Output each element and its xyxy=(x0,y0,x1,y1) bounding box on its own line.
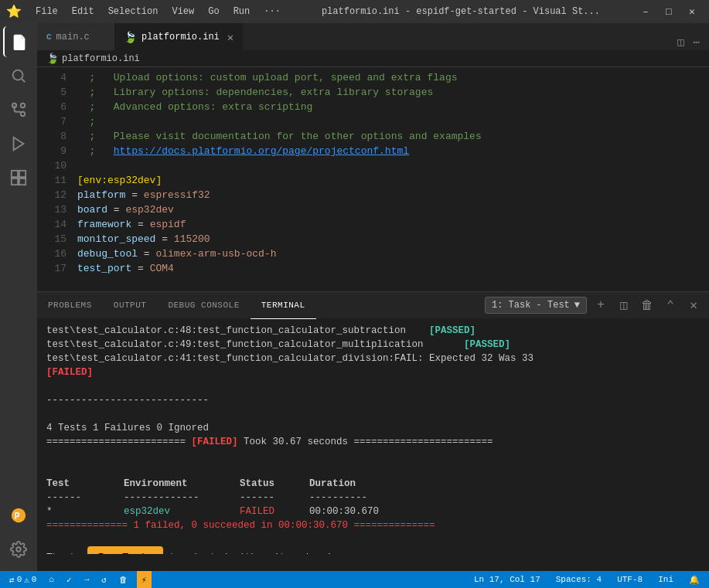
line-number-10: 10 xyxy=(37,158,66,173)
line-number-11: 11 xyxy=(37,173,66,188)
active-status-icon: ⚡ xyxy=(141,575,147,585)
svg-line-1 xyxy=(22,79,25,82)
close-panel-icon[interactable]: ✕ xyxy=(684,296,703,314)
run-debug-icon[interactable] xyxy=(3,128,34,159)
minimize-button[interactable]: – xyxy=(635,3,656,20)
status-active-item[interactable]: ⚡ xyxy=(137,571,152,588)
svg-point-4 xyxy=(21,104,26,108)
activity-bar-bottom: P xyxy=(3,500,34,571)
terminal-line-1: test\test_calculator.c:48:test_function_… xyxy=(46,324,700,338)
terminal-line-7 xyxy=(46,407,700,421)
status-check[interactable]: ✓ xyxy=(63,571,75,588)
vscode-logo-icon: ⭐ xyxy=(6,4,22,19)
line-numbers: 4 5 6 7 8 9 10 11 12 13 14 15 16 17 xyxy=(37,67,74,291)
status-errors-count: 0 xyxy=(17,575,22,584)
titlebar-menu: File Edit Selection View Go Run ··· xyxy=(29,5,287,19)
line-number-17: 17 xyxy=(37,261,66,276)
terminal-selector-chevron-icon: ▼ xyxy=(574,300,580,311)
panel-tab-debug-console[interactable]: DEBUG CONSOLE xyxy=(157,292,250,319)
titlebar: ⭐ File Edit Selection View Go Run ··· pl… xyxy=(0,0,709,23)
close-button[interactable]: ✕ xyxy=(681,3,703,20)
status-ln-col[interactable]: Ln 17, Col 17 xyxy=(471,571,544,588)
terminal-selector[interactable]: 1: Task - Test ▼ xyxy=(485,297,587,314)
activity-bar: P xyxy=(0,23,37,571)
panel-tab-output[interactable]: OUTPUT xyxy=(103,292,158,319)
svg-text:P: P xyxy=(15,512,20,522)
terminal-table-row: * esp32dev FAILED 00:00:30.670 xyxy=(46,505,700,518)
breadcrumb-filename: platformio.ini xyxy=(62,53,140,64)
split-editor-icon[interactable]: ◫ xyxy=(674,34,687,50)
terminal-line-5 xyxy=(46,379,700,393)
status-warnings-count: 0 xyxy=(32,575,37,584)
tab-main-c-label: main.c xyxy=(56,32,90,42)
titlebar-left: ⭐ File Edit Selection View Go Run ··· xyxy=(6,4,287,19)
status-bell[interactable]: 🔔 xyxy=(686,571,703,588)
c-file-icon: C xyxy=(46,32,52,42)
line-number-8: 8 xyxy=(37,129,66,144)
tab-close-icon[interactable]: ✕ xyxy=(227,31,233,44)
spaces-label: Spaces: 4 xyxy=(556,575,602,584)
terminal-line-4: [FAILED] xyxy=(46,365,700,379)
line-number-16: 16 xyxy=(37,246,66,261)
code-content[interactable]: ; Upload options: custom upload port, sp… xyxy=(74,67,709,291)
code-line-14: framework = espidf xyxy=(77,217,709,232)
status-bar-right: Ln 17, Col 17 Spaces: 4 UTF-8 Ini 🔔 xyxy=(471,571,703,588)
terminal-content[interactable]: test\test_calculator.c:48:test_function_… xyxy=(37,319,709,554)
menu-more[interactable]: ··· xyxy=(257,5,287,19)
extensions-icon[interactable] xyxy=(3,162,34,193)
svg-rect-8 xyxy=(12,178,18,185)
trash-icon: 🗑 xyxy=(119,575,128,585)
split-terminal-icon[interactable]: ◫ xyxy=(615,296,633,314)
maximize-panel-icon[interactable]: ⌃ xyxy=(661,296,680,314)
line-number-12: 12 xyxy=(37,188,66,202)
maximize-button[interactable]: □ xyxy=(658,3,680,20)
explorer-icon[interactable] xyxy=(3,26,34,57)
status-arrow[interactable]: → xyxy=(81,571,93,588)
status-spaces[interactable]: Spaces: 4 xyxy=(553,571,605,588)
status-trash[interactable]: 🗑 xyxy=(116,571,131,588)
terminal-line-last: The te Run Tests terminated with exit co… xyxy=(46,546,700,554)
pio-file-icon: 🍃 xyxy=(124,31,137,44)
panel-tab-problems[interactable]: PROBLEMS xyxy=(37,292,103,319)
delete-terminal-icon[interactable]: 🗑 xyxy=(638,296,656,314)
warning-icon: ⚠ xyxy=(24,575,29,585)
status-eol[interactable]: Ini xyxy=(655,571,677,588)
code-line-4: ; Upload options: custom upload port, sp… xyxy=(77,70,709,85)
menu-edit[interactable]: Edit xyxy=(66,5,101,19)
tab-platformio-ini[interactable]: 🍃 platformio.ini ✕ xyxy=(114,23,243,50)
code-line-17: test_port = COM4 xyxy=(77,261,709,276)
settings-icon[interactable] xyxy=(3,534,34,565)
panel-tab-terminal[interactable]: TERMINAL xyxy=(251,292,316,319)
ln-col-label: Ln 17, Col 17 xyxy=(474,575,540,584)
titlebar-title: platformio.ini - espidf-get-started - Vi… xyxy=(322,6,600,17)
code-line-7: ; xyxy=(77,114,709,129)
code-line-12: platform = espressif32 xyxy=(77,188,709,202)
status-remote[interactable]: ⇄ 0 ⚠ 0 xyxy=(6,571,39,588)
menu-run[interactable]: Run xyxy=(227,5,257,19)
run-tests-button[interactable]: Run Tests xyxy=(87,546,163,554)
new-terminal-button[interactable]: + xyxy=(591,296,610,314)
status-encoding[interactable]: UTF-8 xyxy=(614,571,646,588)
menu-view[interactable]: View xyxy=(165,5,200,19)
menu-go[interactable]: Go xyxy=(202,5,225,19)
search-icon[interactable] xyxy=(3,60,34,91)
platformio-icon[interactable]: P xyxy=(3,500,34,531)
terminal-table-sep: ----------------------------------- xyxy=(46,491,700,505)
line-number-5: 5 xyxy=(37,85,66,100)
home-icon: ⌂ xyxy=(49,575,54,584)
tab-main-c[interactable]: C main.c xyxy=(37,23,114,50)
more-actions-icon[interactable]: ⋯ xyxy=(690,34,703,50)
status-sync[interactable]: ↺ xyxy=(98,571,110,588)
menu-file[interactable]: File xyxy=(29,5,64,19)
line-number-15: 15 xyxy=(37,232,66,246)
code-editor[interactable]: 4 5 6 7 8 9 10 11 12 13 14 15 16 17 ; Up… xyxy=(37,67,709,291)
code-line-10 xyxy=(77,158,709,173)
line-number-9: 9 xyxy=(37,144,66,158)
source-control-icon[interactable] xyxy=(3,94,34,125)
check-icon: ✓ xyxy=(66,575,72,585)
svg-point-12 xyxy=(16,547,21,552)
remote-icon: ⇄ xyxy=(9,575,15,585)
svg-point-0 xyxy=(13,70,23,80)
status-home[interactable]: ⌂ xyxy=(46,571,57,588)
menu-selection[interactable]: Selection xyxy=(102,5,165,19)
